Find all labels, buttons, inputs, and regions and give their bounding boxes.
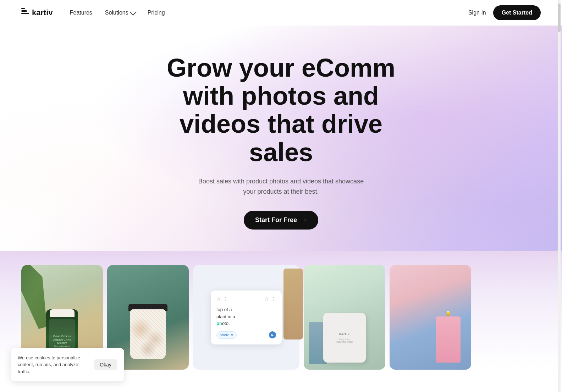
dots-icon-2: ⋮ [271,296,276,302]
nav-item-features[interactable]: Features [70,10,92,16]
start-for-free-button[interactable]: Start For Free → [244,211,318,230]
nav-links: Features Solutions Pricing [70,10,165,16]
coffee-cup [130,309,166,359]
nav-item-solutions[interactable]: Solutions [105,10,135,16]
candle-flame [447,311,450,316]
nav-item-pricing[interactable]: Pricing [148,10,165,16]
ui-card-icons: ☆ ⋮ [216,296,228,302]
navbar: kartiv Features Solutions Pricing Sign I… [0,0,562,26]
logo-text: kartiv [32,8,53,17]
ui-body-line2: plant in a [216,314,235,319]
dots-icon: ⋮ [223,296,228,302]
ui-body-line3: oto [222,321,228,326]
cookie-text: We use cookies to personalize content, r… [18,354,88,375]
bottle-label-text: Good GreensGREEN CAPSDietary Supplement [50,335,74,348]
candle-body [436,316,461,363]
cta-label: Start For Free [255,216,297,224]
ui-highlight: ph [216,321,222,326]
ui-card-header: ☆ ⋮ ☆ ⋮ [216,296,276,302]
cookie-okay-button[interactable]: Okay [94,359,117,370]
star-icon: ☆ [216,296,221,302]
logo[interactable]: kartiv [21,8,53,18]
ui-card-icons-right: ☆ ⋮ [264,296,276,302]
product-card-4: kartiv body careessential wash [304,265,385,370]
candle-container [436,311,461,363]
scrollbar[interactable] [558,0,561,392]
product-card-3: ☆ ⋮ ☆ ⋮ top of a plant in a photo. photo… [193,265,299,370]
ui-body-line1: top of a [216,307,232,312]
chevron-down-icon [130,9,137,16]
product-card-5 [390,265,471,370]
appliance-details: body careessential wash [336,338,353,343]
bottle-cap [50,309,75,317]
ui-overlay-card: ☆ ⋮ ☆ ⋮ top of a plant in a photo. photo… [211,291,282,344]
appliance-device: kartiv body careessential wash [323,313,366,363]
arrow-right-icon: → [301,216,307,224]
nav-right: Sign In Get Started [468,5,541,20]
ui-card-footer: photo ∨ ▶ [216,331,276,339]
brown-rect [283,269,303,339]
play-button[interactable]: ▶ [269,331,276,338]
get-started-button[interactable]: Get Started [493,5,541,20]
hero-subtitle: Boost sales with product photos and vide… [196,176,366,197]
photo-tag: photo ∨ [216,331,237,339]
sign-in-link[interactable]: Sign In [468,10,486,16]
hero-title: Grow your eComm with photos and videos t… [157,54,405,166]
cup-pattern-overlay [130,309,166,359]
logo-icon [21,8,29,18]
appliance-brand: kartiv [339,332,350,336]
star-icon-2: ☆ [264,296,269,302]
pricing-link[interactable]: Pricing [148,10,165,16]
features-link[interactable]: Features [70,10,92,16]
nav-left: kartiv Features Solutions Pricing [21,8,165,18]
ui-card-body: top of a plant in a photo. [216,306,276,327]
cookie-banner: We use cookies to personalize content, r… [11,348,124,382]
solutions-link[interactable]: Solutions [105,10,135,16]
hero-section: Grow your eComm with photos and videos t… [0,26,562,251]
